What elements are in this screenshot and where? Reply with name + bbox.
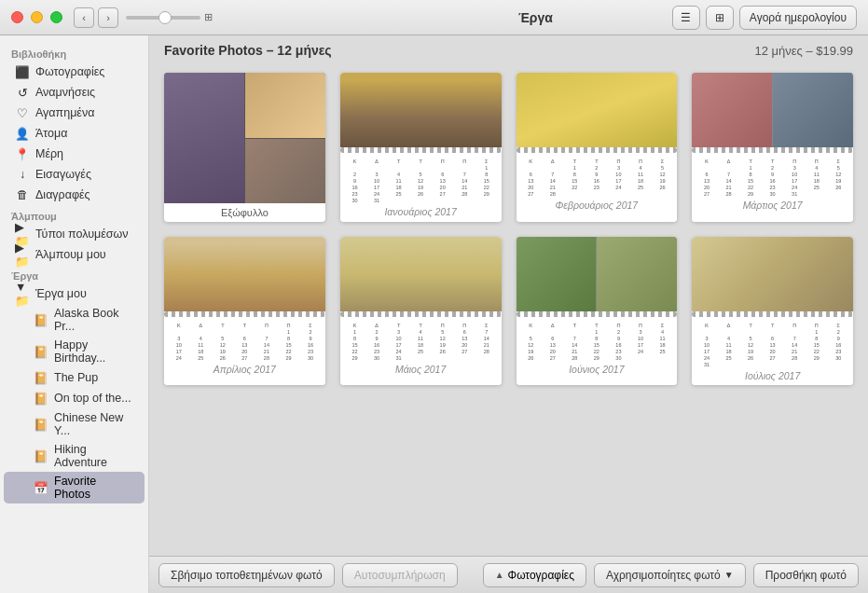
sidebar-item-my-albums[interactable]: ▶📁 Άλμπουμ μου (4, 244, 145, 265)
sidebar-label-memories: Αναμνήσεις (35, 86, 95, 99)
chevron-up-icon: ▲ (495, 570, 504, 580)
sidebar-label-imports: Εισαγωγές (35, 168, 91, 181)
jun-photo (517, 237, 678, 311)
sidebar-label-deleted: Διαγραφές (35, 188, 90, 201)
sidebar-label-album-types: Τύποι πολυμέσων (35, 228, 128, 241)
sidebar-item-pup[interactable]: 📔 The Pup (4, 367, 145, 388)
bottom-toolbar: Σβήσιμο τοποθετημένων φωτό Αυτοσυμπλήρωσ… (149, 556, 868, 593)
sidebar-item-memories[interactable]: ↺ Αναμνήσεις (4, 82, 145, 103)
trash-icon: 🗑 (15, 187, 30, 202)
content-title: Favorite Photos – 12 μήνες (164, 43, 332, 58)
import-icon: ↓ (15, 167, 30, 182)
sidebar-label-my-projects: Έργα μου (35, 287, 87, 300)
may-photo (340, 237, 502, 311)
sidebar-item-favorites[interactable]: ♡ Αγαπημένα (4, 103, 145, 123)
month-may[interactable]: ΚΔΤΤΠΠΣ 1234567 891011121314 15161718192… (340, 237, 502, 385)
sidebar-item-ontop[interactable]: 📔 On top of the... (4, 388, 145, 408)
back-button[interactable]: ‹ (74, 7, 94, 28)
sidebar-item-chinese[interactable]: 📔 Chinese New Y... (4, 408, 145, 440)
cover-label: Εξώφυλλο (164, 203, 325, 222)
photo-icon: ⬛ (15, 64, 30, 79)
titlebar: ‹ › ⊞ Έργα ☰ ⊞ Αγορά ημερολογίου (0, 0, 868, 35)
close-button[interactable] (11, 11, 23, 23)
month-mar[interactable]: ΚΔΤΤΠΠΣ 12345 6789101112 13141516171819 … (692, 73, 853, 222)
sidebar-label-my-albums: Άλμπουμ μου (35, 248, 106, 261)
view-grid-button[interactable]: ⊞ (706, 6, 734, 30)
photos-toggle-button[interactable]: ▲ Φωτογραφίες (483, 563, 586, 587)
sidebar-item-deleted[interactable]: 🗑 Διαγραφές (4, 185, 145, 205)
mar-label: Μάρτιος 2017 (696, 197, 849, 212)
sidebar-label-ontop: On top of the... (54, 392, 131, 405)
jul-label: Ιούλιος 2017 (696, 367, 849, 382)
maximize-button[interactable] (50, 11, 62, 23)
sidebar-label-alaska: Alaska Book Pr... (54, 307, 133, 333)
month-apr[interactable]: ΚΔΤΤΠΠΣ 12 3456789 10111213141516 171819… (164, 237, 325, 385)
toolbar-right: ☰ ⊞ Αγορά ημερολογίου (672, 6, 857, 30)
month-feb[interactable]: ΚΔΤΤΠΠΣ 12345 6789101112 13141516171819 … (517, 73, 678, 222)
book-icon: 📔 (34, 312, 48, 327)
sidebar-item-birthday[interactable]: 📔 Happy Birthday... (4, 336, 145, 367)
content-price: 12 μήνες – $19.99 (754, 44, 853, 58)
delete-photos-button[interactable]: Σβήσιμο τοποθετημένων φωτό (158, 563, 335, 587)
memory-icon: ↺ (15, 85, 30, 100)
book4-icon: 📔 (34, 391, 48, 406)
jan-photo (340, 73, 502, 147)
book2-icon: 📔 (34, 344, 48, 359)
calendar-icon: 📅 (34, 480, 48, 495)
mar-photo (692, 73, 853, 147)
book3-icon: 📔 (34, 370, 48, 385)
folder-icon: ▶📁 (15, 227, 30, 241)
view-list-button[interactable]: ☰ (672, 6, 700, 30)
jul-photo (692, 237, 853, 311)
sidebar-item-my-projects[interactable]: ▼📁 Έργα μου (4, 283, 145, 304)
jun-label: Ιούνιος 2017 (520, 361, 674, 376)
pin-icon: 📍 (15, 146, 30, 161)
unused-photos-button[interactable]: Αχρησιμοποίητες φωτό ▼ (594, 563, 746, 587)
sidebar-item-places[interactable]: 📍 Μέρη (4, 144, 145, 164)
add-photo-button[interactable]: Προσθήκη φωτό (753, 563, 859, 587)
sidebar-label-favorite-photos: Favorite Photos (54, 475, 133, 501)
minimize-button[interactable] (31, 11, 43, 23)
book6-icon: 📔 (34, 448, 48, 463)
sidebar-label-birthday: Happy Birthday... (54, 338, 133, 365)
apr-label: Απρίλιος 2017 (168, 361, 322, 376)
library-header: Βιβλιοθήκη (0, 43, 148, 62)
jan-label: Ιανουάριος 2017 (344, 203, 498, 218)
buy-button[interactable]: Αγορά ημερολογίου (739, 6, 857, 30)
cover-photo (164, 73, 325, 203)
folder2-icon: ▶📁 (15, 247, 30, 262)
sidebar-label-hiking: Hiking Adventure (54, 443, 133, 469)
sidebar-item-people[interactable]: 👤 Άτομα (4, 123, 145, 144)
photos-label: Φωτογραφίες (508, 569, 574, 582)
project-folder-icon: ▼📁 (15, 286, 30, 301)
sidebar-label-pup: The Pup (54, 371, 98, 384)
book5-icon: 📔 (34, 417, 48, 432)
forward-button[interactable]: › (98, 7, 118, 28)
traffic-lights (11, 11, 62, 23)
sidebar-label-favorites: Αγαπημένα (35, 106, 94, 119)
month-jul[interactable]: ΚΔΤΤΠΠΣ 12 3456789 10111213141516 171819… (692, 237, 853, 385)
sidebar-item-photos[interactable]: ⬛ Φωτογραφίες (4, 62, 145, 82)
nav-buttons: ‹ › (74, 7, 118, 28)
sidebar-item-hiking[interactable]: 📔 Hiking Adventure (4, 440, 145, 472)
calendar-grid: Εξώφυλλο ΚΔΤΤΠΠΣ 1 2345678 9101112131415… (149, 65, 868, 556)
content-area: Favorite Photos – 12 μήνες 12 μήνες – $1… (149, 35, 868, 593)
cover-item[interactable]: Εξώφυλλο (164, 73, 325, 222)
person-icon: 👤 (15, 126, 30, 141)
sidebar-item-alaska[interactable]: 📔 Alaska Book Pr... (4, 304, 145, 336)
sidebar-item-imports[interactable]: ↓ Εισαγωγές (4, 164, 145, 185)
may-label: Μάιος 2017 (344, 361, 498, 376)
window-title: Έργα (399, 10, 672, 25)
autocomplete-button[interactable]: Αυτοσυμπλήρωση (342, 563, 458, 587)
month-jun[interactable]: ΚΔΤΤΠΠΣ 1234 567891011 12131415161718 19… (517, 237, 678, 385)
content-header: Favorite Photos – 12 μήνες 12 μήνες – $1… (149, 35, 868, 65)
sidebar-item-favorite-photos[interactable]: 📅 Favorite Photos (4, 472, 145, 503)
sidebar-label-photos: Φωτογραφίες (35, 65, 104, 78)
heart-icon: ♡ (15, 105, 30, 120)
sidebar-label-people: Άτομα (35, 127, 68, 140)
apr-photo (164, 237, 325, 311)
month-jan[interactable]: ΚΔΤΤΠΠΣ 1 2345678 9101112131415 16171819… (340, 73, 502, 222)
zoom-slider[interactable]: ⊞ (126, 11, 399, 23)
sidebar-label-chinese: Chinese New Y... (54, 411, 133, 437)
feb-label: Φεβρουάριος 2017 (520, 197, 674, 212)
